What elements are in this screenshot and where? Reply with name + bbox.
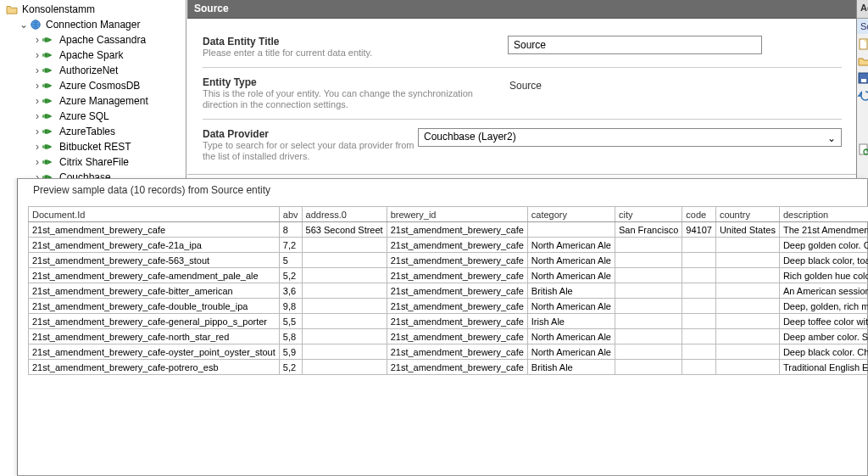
table-cell: Deep, golden, rich m [779, 299, 868, 314]
column-header[interactable]: country [715, 207, 779, 222]
tree-item[interactable]: ›Azure CosmosDB [3, 78, 186, 93]
open-icon[interactable] [857, 54, 868, 68]
expand-icon[interactable]: › [32, 34, 42, 46]
table-cell: 21st_amendment_brewery_cafe [387, 222, 527, 238]
table-cell [302, 314, 387, 329]
actions-header: Actions [857, 0, 868, 19]
tree-item-label: Azure SQL [58, 110, 109, 122]
expand-icon[interactable]: › [32, 110, 42, 122]
expand-icon[interactable]: › [32, 126, 42, 137]
table-cell [715, 329, 779, 344]
tree-item-label: Apache Cassandra [58, 34, 146, 46]
table-row[interactable]: 21st_amendment_brewery_cafe-amendment_pa… [29, 268, 869, 283]
tree-item[interactable]: ›Azure SQL [3, 109, 186, 124]
table-cell [682, 283, 716, 299]
column-header[interactable]: category [527, 207, 615, 222]
table-cell [682, 238, 716, 253]
actions-panel: Actions Source [856, 0, 868, 178]
collapse-icon[interactable]: ⌄ [19, 19, 29, 31]
table-row[interactable]: 21st_amendment_brewery_cafe-bitter_ameri… [29, 283, 869, 299]
expand-icon[interactable]: › [32, 156, 42, 168]
table-cell: 5,2 [279, 360, 302, 375]
table-row[interactable]: 21st_amendment_brewery_cafe-oyster_point… [29, 344, 869, 360]
table-cell: 94107 [682, 222, 716, 238]
table-cell: Irish Ale [527, 314, 615, 329]
table-row[interactable]: 21st_amendment_brewery_cafe-north_star_r… [29, 329, 869, 344]
expand-icon[interactable]: › [32, 141, 42, 153]
tree-item-label: AuthorizeNet [58, 64, 118, 76]
actions-selected[interactable]: Source [857, 19, 868, 34]
expand-icon[interactable]: › [32, 95, 42, 107]
field-label-data-provider: Data Provider [203, 128, 418, 140]
column-header[interactable]: code [682, 207, 716, 222]
table-cell [615, 329, 682, 344]
table-cell: 3,6 [279, 283, 302, 299]
table-cell: 21st_amendment_brewery_cafe-oyster_point… [29, 344, 280, 360]
folder-icon [5, 3, 19, 16]
table-cell: 5,5 [279, 314, 302, 329]
table-cell [615, 360, 682, 375]
expand-icon[interactable]: › [32, 64, 42, 76]
table-row[interactable]: 21st_amendment_brewery_cafe-double_troub… [29, 299, 869, 314]
tree-manager-label: Connection Manager [44, 19, 140, 31]
column-header[interactable]: brewery_id [387, 207, 527, 222]
table-row[interactable]: 21st_amendment_brewery_cafe-21a_ipa7,221… [29, 238, 869, 253]
tree-item-label: Azure Management [58, 95, 148, 107]
table-row[interactable]: 21st_amendment_brewery_cafe-general_pipp… [29, 314, 869, 329]
column-header[interactable]: description [779, 207, 868, 222]
table-cell: 21st_amendment_brewery_cafe [387, 283, 527, 299]
table-cell: An American session [779, 283, 868, 299]
table-cell: 21st_amendment_brewery_cafe-bitter_ameri… [29, 283, 280, 299]
table-cell [302, 329, 387, 344]
table-cell: Deep amber color. St [779, 329, 868, 344]
table-cell: 21st_amendment_brewery_cafe [387, 238, 527, 253]
expand-icon[interactable]: › [32, 80, 42, 92]
table-cell [615, 253, 682, 268]
column-header[interactable]: address.0 [302, 207, 387, 222]
tree-item[interactable]: ›AzureTables [3, 124, 186, 139]
save-icon[interactable] [857, 71, 868, 85]
tree-item-label: Azure CosmosDB [58, 80, 140, 92]
tree-item[interactable]: ›AuthorizeNet [3, 63, 186, 78]
connector-icon [42, 33, 56, 47]
table-cell: 563 Second Street [302, 222, 387, 238]
table-cell: The 21st Amendment [779, 222, 868, 238]
preview-table[interactable]: Document.Idabvaddress.0brewery_idcategor… [28, 206, 868, 375]
new-icon[interactable] [857, 37, 868, 51]
table-cell: 21st_amendment_brewery_cafe-563_stout [29, 253, 280, 268]
table-cell: 5 [279, 253, 302, 268]
data-provider-value: Couchbase (Layer2) [424, 131, 516, 143]
table-cell: 21st_amendment_brewery_cafe [387, 329, 527, 344]
panel-header-title: Source [194, 3, 229, 14]
column-header[interactable]: abv [279, 207, 302, 222]
refresh-icon[interactable] [857, 143, 868, 156]
tree-item[interactable]: ›Bitbucket REST [3, 139, 186, 154]
table-cell [302, 253, 387, 268]
data-entity-title-input[interactable] [508, 36, 762, 54]
column-header[interactable]: Document.Id [29, 207, 280, 222]
table-row[interactable]: 21st_amendment_brewery_cafe-563_stout521… [29, 253, 869, 268]
table-row[interactable]: 21st_amendment_brewery_cafe-potrero_esb5… [29, 360, 869, 375]
tree-item[interactable]: ›Apache Cassandra [3, 32, 186, 48]
table-cell [682, 299, 716, 314]
tree-item[interactable]: ›Apache Spark [3, 48, 186, 63]
table-cell: 21st_amendment_brewery_cafe [387, 360, 527, 375]
table-cell: Deep black color, toa [779, 253, 868, 268]
table-cell: San Francisco [615, 222, 682, 238]
table-cell [682, 314, 716, 329]
chevron-down-icon: ⌄ [827, 132, 836, 144]
tree-item[interactable]: ›Azure Management [3, 93, 186, 109]
table-cell [615, 268, 682, 283]
table-cell [302, 268, 387, 283]
tree-item-label: Bitbucket REST [58, 141, 131, 153]
data-provider-select[interactable]: Couchbase (Layer2) ⌄ [418, 128, 842, 147]
entity-type-value: Source [508, 76, 842, 95]
tree-root[interactable]: Konsolenstamm [3, 2, 186, 17]
table-cell: 5,8 [279, 329, 302, 344]
column-header[interactable]: city [615, 207, 682, 222]
table-row[interactable]: 21st_amendment_brewery_cafe8563 Second S… [29, 222, 869, 238]
tree-item[interactable]: ›Citrix ShareFile [3, 154, 186, 170]
expand-icon[interactable]: › [32, 49, 42, 61]
tree-connection-manager[interactable]: ⌄ Connection Manager [3, 17, 186, 32]
undo-icon[interactable] [857, 88, 868, 102]
